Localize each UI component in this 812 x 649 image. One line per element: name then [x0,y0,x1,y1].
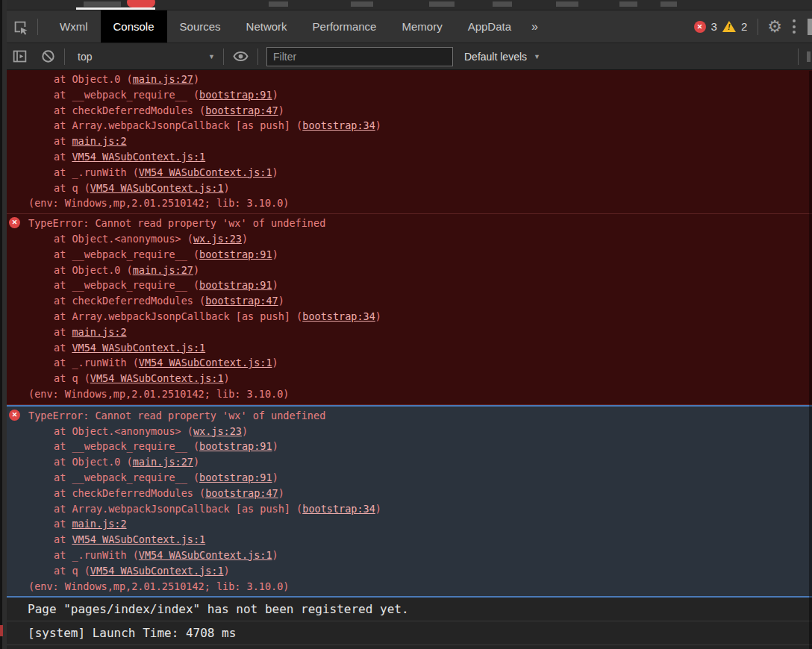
stack-text: ) [272,279,278,291]
console-sidebar-toggle-button[interactable] [12,48,28,64]
source-location-link[interactable]: bootstrap:91 [199,279,272,291]
source-location-link[interactable]: bootstrap:47 [205,295,278,307]
stack-text: ) [224,565,230,577]
source-location-link[interactable]: main.js:27 [133,73,193,85]
cropped-content-noise [660,1,677,7]
cropped-content-noise [429,1,455,7]
tab-appdata[interactable]: AppData [455,10,524,43]
stack-text: (env: Windows,mp,2.01.2510142; lib: 3.10… [28,580,290,592]
cropped-edge-element [808,19,812,35]
stack-text: at _.runWith ( [54,549,139,561]
cropped-content-noise [556,1,578,7]
warning-exclamation: ! [722,23,736,31]
javascript-context-selector[interactable]: top ▼ [73,51,215,63]
source-location-link[interactable]: VM54 WASubContext.js:1 [139,166,272,178]
source-location-link[interactable]: wx.js:23 [193,233,242,245]
log-levels-dropdown[interactable]: Default levels ▼ [464,51,540,63]
source-location-link[interactable]: bootstrap:91 [199,248,272,260]
source-location-link[interactable]: main.js:2 [72,135,126,147]
stack-text: at q ( [54,565,90,577]
source-location-link[interactable]: wx.js:23 [193,425,242,437]
console-panel: at Object.0 (main.js:27)at __webpack_req… [0,70,812,648]
source-location-link[interactable]: bootstrap:91 [199,471,272,483]
source-location-link[interactable]: bootstrap:91 [199,440,272,452]
stack-frame-line: at __webpack_require__ (bootstrap:91) [28,247,812,263]
log-levels-label: Default levels [464,51,527,63]
stack-text: at Object.<anonymous> ( [54,425,193,437]
tab-sources[interactable]: Sources [167,10,234,43]
settings-gear-icon[interactable]: ⚙ [767,19,782,35]
source-location-link[interactable]: VM54 WASubContext.js:1 [90,372,224,384]
source-location-link[interactable]: bootstrap:34 [302,310,375,322]
source-location-link[interactable]: VM54 WASubContext.js:1 [139,549,272,561]
stack-frame-line: at __webpack_require__ (bootstrap:91) [28,470,812,486]
separator [64,48,65,65]
stack-frame-line: at q (VM54 WASubContext.js:1) [28,181,812,196]
tab-console[interactable]: Console [101,10,167,43]
info-text: [system] Launch Time: 4708 ms [28,626,236,640]
separator [257,48,258,65]
stack-frame-line: at VM54 WASubContext.js:1 [28,149,812,165]
console-toolbar: top ▼ Default levels ▼ [0,43,812,70]
stack-frame-line: at Array.webpackJsonpCallback [as push] … [28,309,812,324]
source-location-link[interactable]: VM54 WASubContext.js:1 [72,151,205,163]
console-error-message[interactable]: ✕TypeError: Cannot read property 'wx' of… [0,214,812,405]
stack-text: ) [224,182,230,194]
source-location-link[interactable]: VM54 WASubContext.js:1 [90,565,224,577]
window-left-edge [0,0,7,649]
source-location-link[interactable]: bootstrap:47 [205,104,278,116]
source-location-link[interactable]: bootstrap:47 [205,487,278,499]
stack-frame-line: at Object.<anonymous> (wx.js:23) [28,424,812,439]
source-location-link[interactable]: main.js:2 [72,518,126,530]
stack-text: at __webpack_require__ ( [54,440,199,452]
console-error-message[interactable]: at Object.0 (main.js:27)at __webpack_req… [0,70,812,214]
source-location-link[interactable]: main.js:2 [72,326,126,338]
stack-text: ) [272,89,278,101]
stack-text: at q ( [54,182,90,194]
scrollbar-track[interactable] [809,71,812,649]
console-info-message[interactable]: Page "pages/index/index" has not been re… [0,598,812,621]
live-expression-button[interactable] [232,48,249,65]
filter-input[interactable] [266,47,453,66]
source-location-link[interactable]: bootstrap:34 [302,503,375,515]
error-count-icon[interactable]: ✕ [694,21,706,33]
source-location-link[interactable]: main.js:27 [133,456,193,468]
stack-text: at _.runWith ( [54,357,139,369]
tab-network[interactable]: Network [234,10,300,43]
tab-wxml[interactable]: Wxml [47,10,101,43]
source-location-link[interactable]: bootstrap:34 [302,119,375,131]
chevron-down-icon: ▼ [534,53,540,60]
clear-console-button[interactable] [40,48,56,64]
stack-frame-line: at checkDeferredModules (bootstrap:47) [28,486,812,501]
stack-text: at q ( [54,372,90,384]
stack-frame-line: at _.runWith (VM54 WASubContext.js:1) [28,165,812,181]
source-location-link[interactable]: bootstrap:91 [199,89,272,101]
source-location-link[interactable]: VM54 WASubContext.js:1 [72,342,205,354]
stack-frame-line: at _.runWith (VM54 WASubContext.js:1) [28,355,812,371]
stack-frame-line: at main.js:2 [28,516,812,532]
tab-memory[interactable]: Memory [389,10,455,43]
source-location-link[interactable]: main.js:27 [133,264,193,276]
source-location-link[interactable]: VM54 WASubContext.js:1 [72,533,205,545]
stack-text: at __webpack_require__ ( [54,279,199,291]
warning-count[interactable]: 2 [741,20,747,33]
stack-text: ) [242,425,248,437]
inspect-element-button[interactable] [12,19,28,35]
stack-text: at __webpack_require__ ( [54,89,199,101]
warning-count-icon[interactable]: ! [722,21,736,32]
tab-performance[interactable]: Performance [300,10,390,43]
error-count[interactable]: 3 [711,20,717,33]
stack-text: ) [278,487,284,499]
console-info-message[interactable]: [system] Launch Time: 4708 ms [0,621,812,645]
more-tabs-button[interactable]: » [531,20,538,34]
error-message-header: ✕TypeError: Cannot read property 'wx' of… [28,408,812,424]
source-location-link[interactable]: VM54 WASubContext.js:1 [139,357,272,369]
stack-frame-line: (env: Windows,mp,2.01.2510142; lib: 3.10… [28,386,812,402]
console-error-message-selected[interactable]: ✕TypeError: Cannot read property 'wx' of… [0,405,812,598]
stack-frame-line: at __webpack_require__ (bootstrap:91) [28,87,812,103]
stack-text: ) [278,104,284,116]
source-location-link[interactable]: VM54 WASubContext.js:1 [90,182,224,194]
stack-text: at __webpack_require__ ( [54,471,199,483]
stack-text: at checkDeferredModules ( [54,487,205,499]
more-options-menu-icon[interactable] [793,19,796,35]
